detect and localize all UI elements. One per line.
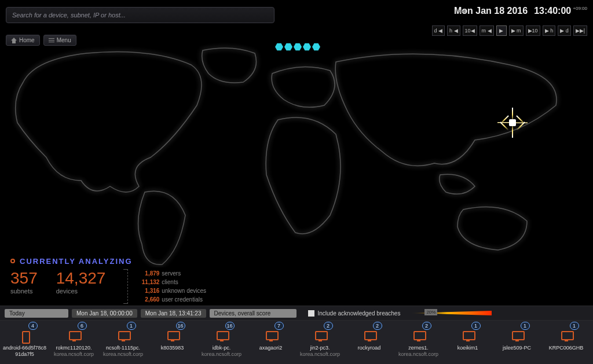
hex-icon (275, 43, 283, 51)
playback-back-day[interactable]: d ◀ (432, 25, 445, 36)
playback-fwd-min[interactable]: ▶ m (509, 25, 524, 36)
status-dot-icon (10, 259, 15, 263)
alert-badge: 2 (324, 322, 333, 330)
range-end-chip[interactable]: Mon Jan 18, 13:41:23 (141, 309, 206, 318)
playback-skip-end[interactable]: ▶▶| (573, 25, 587, 36)
hex-indicators (275, 43, 320, 51)
alert-badge: 1 (521, 322, 530, 330)
playback-fwd-10[interactable]: ▶10 (526, 25, 540, 36)
computer-icon (215, 331, 228, 341)
device-domain: korea.ncsoft.corp (295, 351, 345, 357)
ack-checkbox[interactable]: Include acknowledged breaches (308, 310, 401, 317)
device-item[interactable]: sta (591, 321, 593, 364)
device-name: rockyroad (345, 345, 394, 351)
device-domain: korea.ncsoft.corp (98, 351, 148, 357)
device-domain: korea.ncsoft.corp (394, 351, 443, 357)
computer-icon (560, 331, 573, 341)
device-item[interactable]: 1koeikim1 (443, 321, 492, 364)
checkbox-icon (308, 310, 314, 317)
alert-badge: 7 (274, 322, 284, 330)
search-input[interactable]: Search for a device, subnet, IP or host.… (6, 7, 274, 23)
device-name: rokmc1120120. (49, 345, 98, 351)
playback-back-min[interactable]: m ◀ (479, 25, 494, 36)
alert-badge: 16 (225, 322, 235, 330)
device-name: KRPC006GHB (541, 345, 591, 351)
computer-icon (265, 331, 277, 341)
device-name: k8035983 (148, 345, 197, 351)
hex-icon (303, 43, 311, 51)
devices-value: 14,327 (56, 269, 106, 288)
subnets-value: 357 (10, 269, 38, 288)
alert-badge: 2 (373, 322, 382, 330)
playback-fwd-hour[interactable]: ▶ h (543, 25, 556, 36)
alert-badge: 6 (78, 322, 87, 330)
device-name: axagaori2 (246, 345, 295, 351)
device-name: idbk-pc. (197, 345, 246, 351)
breach-marker[interactable] (501, 111, 524, 134)
ack-label: Include acknowledged breaches (318, 310, 401, 317)
playback-fwd-day[interactable]: ▶ d (558, 25, 571, 36)
current-time: 13:40:00 (534, 6, 571, 16)
device-domain: korea.ncsoft.corp (49, 351, 98, 357)
computer-icon (117, 331, 130, 341)
device-item[interactable]: 6rokmc1120120.korea.ncsoft.corp (49, 321, 98, 364)
device-name: android-66d5f78c891da7f5 (0, 345, 49, 358)
range-start-chip[interactable]: Mon Jan 18, 00:00:00 (72, 309, 137, 318)
computer-icon (363, 331, 376, 341)
hex-icon (294, 43, 302, 51)
device-item[interactable]: 7axagaori2 (246, 321, 295, 364)
device-tray[interactable]: 4android-66d5f78c891da7f56rokmc1120120.k… (0, 321, 593, 364)
devices-stat: 14,327 devices (56, 269, 106, 295)
device-item[interactable]: 2jin2-pc3.korea.ncsoft.corp (295, 321, 345, 364)
playback-back-hour[interactable]: h ◀ (447, 25, 460, 36)
device-item[interactable]: 1jslee509-PC (492, 321, 541, 364)
alert-badge: 2 (422, 322, 431, 330)
playback-back-10[interactable]: 10◀ (463, 25, 477, 36)
devices-label: devices (56, 288, 106, 295)
alert-badge: 16 (176, 322, 185, 330)
computer-icon (462, 331, 474, 341)
device-name: jslee509-PC (492, 345, 541, 351)
world-map[interactable] (0, 42, 593, 267)
device-item[interactable]: 4android-66d5f78c891da7f5 (0, 321, 49, 364)
alert-badge: 1 (127, 322, 136, 330)
device-item[interactable]: 16idbk-pc.korea.ncsoft.corp (197, 321, 246, 364)
hex-icon (312, 43, 320, 51)
analyzing-panel: CURRENTLY ANALYZING 357 subnets 14,327 d… (10, 257, 206, 304)
skip-first-icon[interactable]: |◀◀ (456, 8, 466, 14)
computer-icon (412, 331, 425, 341)
device-item[interactable]: 16k8035983 (148, 321, 197, 364)
playback-play[interactable]: ▶ (496, 25, 507, 36)
alert-badge: 4 (28, 322, 38, 330)
gradient-icon (411, 311, 492, 315)
filter-row: Today Mon Jan 18, 00:00:00 Mon Jan 18, 1… (0, 306, 593, 321)
device-name: sta (591, 345, 593, 351)
computer-icon (166, 331, 179, 341)
device-item[interactable]: 2rockyroad (345, 321, 394, 364)
analyzing-title: CURRENTLY ANALYZING (10, 257, 206, 266)
today-chip[interactable]: Today (5, 309, 68, 318)
device-name: jin2-pc3. (295, 345, 345, 351)
device-name: ncsoft-1115pc. (98, 345, 148, 351)
device-item[interactable]: 1ncsoft-1115pc.korea.ncsoft.corp (98, 321, 148, 364)
computer-icon (511, 331, 524, 341)
subnets-label: subnets (10, 288, 38, 295)
breakdown-list: 1,879servers 11,132clients 1,316unknown … (127, 269, 206, 304)
computer-icon (314, 331, 327, 341)
phone-icon (19, 331, 31, 341)
clock-display: |◀◀ Mon Jan 18 2016 13:40:00 +09:00 (454, 6, 587, 16)
alert-badge: 1 (570, 322, 579, 330)
threat-threshold-slider[interactable]: 20% (411, 309, 492, 317)
alert-badge: 1 (471, 322, 481, 330)
playback-bar: d ◀ h ◀ 10◀ m ◀ ▶ ▶ m ▶10 ▶ h ▶ d ▶▶| (432, 25, 587, 36)
timezone-label: +09:00 (573, 6, 587, 11)
computer-icon (68, 331, 80, 341)
view-chip[interactable]: Devices, overall score (210, 309, 296, 318)
device-item[interactable]: 1KRPC006GHB (541, 321, 591, 364)
subnets-stat: 357 subnets (10, 269, 38, 295)
threshold-marker[interactable]: 20% (424, 309, 437, 315)
device-item[interactable]: 2zernes1.korea.ncsoft.corp (394, 321, 443, 364)
device-name: zernes1. (394, 345, 443, 351)
hex-icon (284, 43, 292, 51)
device-domain: korea.ncsoft.corp (197, 351, 246, 357)
